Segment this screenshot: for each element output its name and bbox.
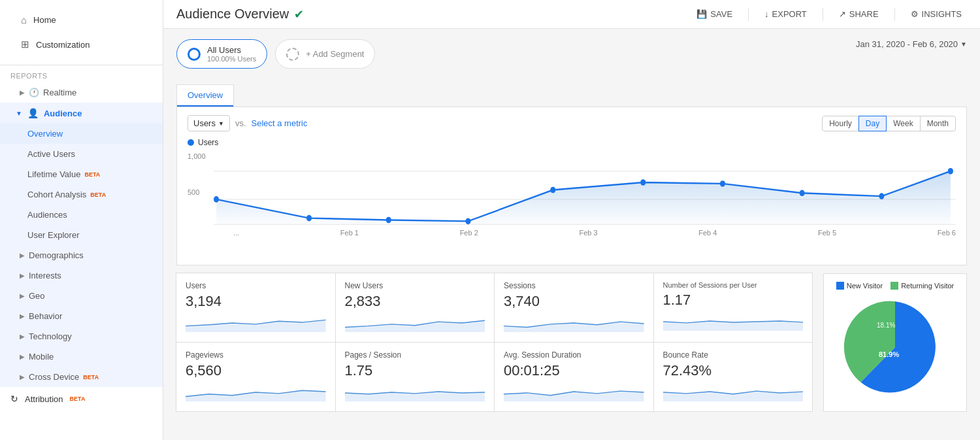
verified-icon: ✔ bbox=[294, 7, 304, 22]
period-hourly-button[interactable]: Hourly bbox=[822, 116, 859, 131]
share-icon: ↗ bbox=[839, 9, 846, 19]
new-visitor-legend: New Visitor bbox=[836, 282, 883, 290]
customization-icon: ⊞ bbox=[21, 39, 29, 50]
sidebar-item-user-explorer[interactable]: User Explorer bbox=[0, 225, 163, 245]
attribution-beta-badge: BETA bbox=[70, 396, 86, 402]
save-icon: 💾 bbox=[696, 9, 707, 19]
period-week-button[interactable]: Week bbox=[886, 116, 920, 131]
svg-text:18.1%: 18.1% bbox=[877, 322, 895, 329]
sidebar-item-behavior[interactable]: ▶ Behavior bbox=[0, 306, 163, 326]
sidebar-top: ⌂ Home ⊞ Customization bbox=[0, 0, 163, 65]
export-icon: ↓ bbox=[764, 9, 769, 19]
main-content: Audience Overview ✔ 💾 SAVE ↓ EXPORT ↗ SH… bbox=[163, 0, 980, 440]
svg-point-11 bbox=[879, 193, 884, 199]
svg-point-10 bbox=[800, 190, 805, 197]
page-title: Audience Overview ✔ bbox=[176, 7, 304, 22]
share-button[interactable]: ↗ SHARE bbox=[834, 7, 884, 22]
period-button-group: Hourly Day Week Month bbox=[823, 116, 956, 131]
sidebar-item-home[interactable]: ⌂ Home bbox=[10, 8, 152, 32]
divider2 bbox=[823, 8, 823, 21]
insights-icon: ⚙ bbox=[911, 9, 919, 19]
sidebar-item-active-users[interactable]: Active Users bbox=[0, 144, 163, 164]
demographics-arrow-icon: ▶ bbox=[20, 252, 25, 259]
returning-visitor-legend: Returning Visitor bbox=[890, 282, 954, 290]
add-segment-button[interactable]: + Add Segment bbox=[275, 39, 375, 69]
segment-bar: All Users 100.00% Users + Add Segment bbox=[176, 39, 375, 69]
pie-chart-svg: 81.9% 18.1% bbox=[843, 295, 947, 399]
tab-bar: Overview bbox=[176, 84, 234, 107]
audience-section: ▼ 👤 Audience Overview Active Users Lifet… bbox=[0, 103, 163, 387]
all-users-text: All Users 100.00% Users bbox=[207, 45, 256, 63]
svg-point-3 bbox=[214, 196, 219, 203]
sparkline-pageviews bbox=[186, 383, 326, 401]
page-header: Audience Overview ✔ 💾 SAVE ↓ EXPORT ↗ SH… bbox=[163, 0, 980, 29]
chevron-down-icon: ▼ bbox=[16, 110, 22, 117]
sparkline-new-users bbox=[345, 314, 485, 332]
y-label-1000: 1,000 bbox=[188, 152, 206, 160]
pie-chart-container: 81.9% 18.1% bbox=[843, 295, 947, 401]
chevron-down-icon: ▼ bbox=[960, 41, 967, 48]
stat-card-avg-session: Avg. Session Duration 00:01:25 bbox=[494, 342, 654, 412]
cross-device-beta-badge: BETA bbox=[83, 374, 99, 381]
sidebar-item-overview[interactable]: Overview bbox=[0, 124, 163, 144]
sidebar-item-cross-device[interactable]: ▶ Cross Device BETA bbox=[0, 367, 163, 387]
stat-card-sessions: Sessions 3,740 bbox=[494, 273, 654, 343]
svg-point-7 bbox=[550, 187, 555, 194]
dropdown-arrow-icon: ▼ bbox=[218, 120, 224, 127]
export-button[interactable]: ↓ EXPORT bbox=[759, 7, 812, 22]
sidebar-item-interests[interactable]: ▶ Interests bbox=[0, 265, 163, 286]
period-month-button[interactable]: Month bbox=[920, 116, 956, 131]
sparkline-pages-session bbox=[345, 383, 485, 401]
sidebar-item-technology[interactable]: ▶ Technology bbox=[0, 326, 163, 347]
sidebar: ⌂ Home ⊞ Customization REPORTS ▶ 🕐 Realt… bbox=[0, 0, 163, 440]
sidebar-item-attribution[interactable]: ↻ Attribution BETA bbox=[0, 387, 163, 411]
sidebar-item-mobile[interactable]: ▶ Mobile bbox=[0, 347, 163, 367]
x-axis-labels: ... Feb 1 Feb 2 Feb 3 Feb 4 Feb 5 Feb 6 bbox=[214, 228, 956, 237]
divider3 bbox=[894, 8, 895, 21]
pie-chart-section: New Visitor Returning Visitor bbox=[823, 273, 967, 412]
svg-point-9 bbox=[720, 180, 725, 187]
clock-icon: 🕐 bbox=[29, 88, 39, 97]
line-chart-svg bbox=[214, 152, 956, 228]
date-range-picker[interactable]: Jan 31, 2020 - Feb 6, 2020 ▼ bbox=[856, 39, 967, 49]
cross-device-arrow-icon: ▶ bbox=[20, 373, 25, 381]
new-visitor-color bbox=[836, 282, 844, 290]
technology-arrow-icon: ▶ bbox=[20, 333, 25, 340]
chart-top-bar: Users ▼ vs. Select a metric Hourly Day W… bbox=[188, 115, 956, 131]
save-button[interactable]: 💾 SAVE bbox=[691, 7, 738, 22]
sparkline-users bbox=[186, 314, 326, 332]
sparkline-sessions-per-user bbox=[663, 313, 804, 331]
sparkline-bounce-rate bbox=[663, 383, 804, 401]
home-icon: ⌂ bbox=[21, 14, 27, 25]
svg-point-8 bbox=[640, 179, 645, 186]
stats-grid: Users 3,194 New Users 2,833 bbox=[176, 273, 813, 412]
sidebar-item-demographics[interactable]: ▶ Demographics bbox=[0, 245, 163, 265]
sidebar-item-audience[interactable]: ▼ 👤 Audience bbox=[0, 103, 163, 124]
chart-left-controls: Users ▼ vs. Select a metric bbox=[188, 115, 307, 131]
sparkline-avg-session bbox=[504, 383, 644, 401]
sidebar-item-lifetime-value[interactable]: Lifetime Value BETA bbox=[0, 164, 163, 184]
lifetime-value-beta-badge: BETA bbox=[84, 171, 100, 178]
interests-arrow-icon: ▶ bbox=[20, 272, 25, 279]
sidebar-item-realtime[interactable]: ▶ 🕐 Realtime bbox=[0, 82, 163, 103]
insights-button[interactable]: ⚙ INSIGHTS bbox=[906, 7, 967, 22]
sidebar-item-audiences[interactable]: Audiences bbox=[0, 205, 163, 225]
sidebar-item-customization[interactable]: ⊞ Customization bbox=[10, 32, 152, 57]
cohort-analysis-beta-badge: BETA bbox=[90, 192, 106, 198]
pie-legend: New Visitor Returning Visitor bbox=[832, 282, 958, 290]
tab-overview[interactable]: Overview bbox=[177, 85, 233, 107]
sidebar-item-cohort-analysis[interactable]: Cohort Analysis BETA bbox=[0, 184, 163, 205]
period-day-button[interactable]: Day bbox=[858, 116, 887, 131]
all-users-segment[interactable]: All Users 100.00% Users bbox=[176, 39, 267, 69]
audience-icon: 👤 bbox=[27, 108, 39, 118]
chart-area: 1,000 500 bbox=[188, 152, 956, 257]
behavior-arrow-icon: ▶ bbox=[20, 313, 25, 320]
sidebar-item-geo[interactable]: ▶ Geo bbox=[0, 286, 163, 306]
select-metric-link[interactable]: Select a metric bbox=[252, 118, 308, 128]
svg-point-4 bbox=[306, 215, 312, 222]
content-area: All Users 100.00% Users + Add Segment Ja… bbox=[163, 29, 980, 440]
returning-visitor-color bbox=[890, 282, 898, 290]
stats-section: Users 3,194 New Users 2,833 bbox=[176, 273, 967, 412]
metric-dropdown[interactable]: Users ▼ bbox=[188, 115, 230, 131]
attribution-icon: ↻ bbox=[10, 394, 18, 404]
